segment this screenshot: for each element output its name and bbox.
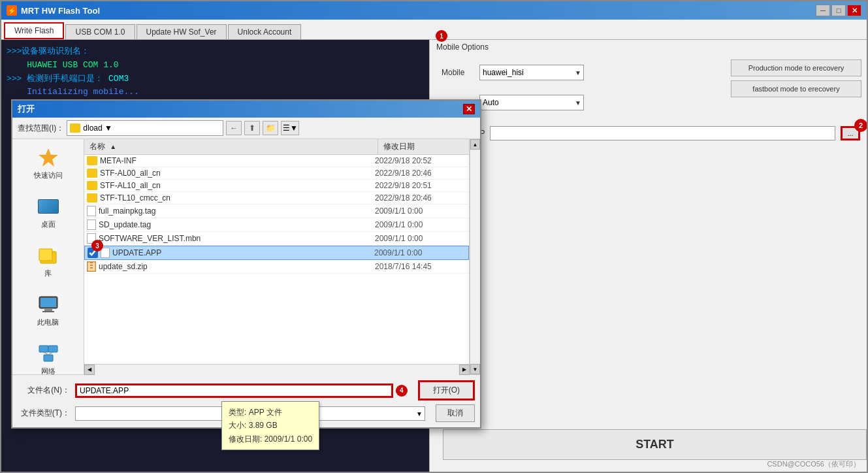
filelist-header: 名称 ▲ 修改日期 — [84, 139, 470, 155]
zip-icon-update-sd — [87, 261, 96, 272]
hscroll-left-button[interactable]: ◀ — [84, 365, 95, 375]
desktop-icon — [38, 196, 59, 217]
dialog-title-text: 打开 — [18, 103, 35, 115]
dialog-cancel-button[interactable]: 取消 — [436, 404, 475, 422]
file-name-stf-al00: STF-AL00_all_cn — [100, 169, 375, 178]
file-date-stf-al10: 2022/9/18 20:51 — [375, 181, 466, 190]
badge-4: 4 — [396, 385, 408, 397]
dialog-close-button[interactable]: ✕ — [463, 104, 475, 114]
sidebar-item-library[interactable]: 库 — [19, 242, 78, 281]
dialog-filename-input[interactable] — [75, 383, 393, 398]
file-row-full-tag[interactable]: full_mainpkg.tag 2009/1/1 0:00 — [84, 204, 469, 218]
tooltip-line-2: 大小: 3.89 GB — [229, 419, 312, 432]
dialog-up-button[interactable]: ⬆ — [244, 121, 260, 135]
file-name-software-mbn: SOFTWARE_VER_LIST.mbn — [99, 234, 375, 243]
scroll-up-button[interactable]: ▲ — [470, 139, 480, 150]
file-name-stf-al10: STF-AL10_all_cn — [100, 181, 375, 190]
doc-icon-full-tag — [87, 206, 96, 216]
badge-2: 2 — [854, 119, 867, 132]
library-icon — [38, 245, 59, 266]
folder-icon-meta — [87, 156, 97, 165]
svg-rect-15 — [90, 267, 93, 269]
dialog-filename-row: 文件名(N)： 4 打开(O) — [18, 380, 475, 400]
sidebar-item-network[interactable]: 网络 — [19, 340, 78, 374]
file-row-update-sd[interactable]: update_sd.zip 2018/7/16 14:45 — [84, 260, 469, 274]
dialog-body: 快速访问 桌面 — [12, 139, 480, 374]
file-list-container: 名称 ▲ 修改日期 META-INF 2022/9/18 20:52 — [84, 139, 470, 374]
dialog-title-bar: 打开 ✕ — [12, 101, 480, 118]
col-name[interactable]: 名称 ▲ — [84, 139, 378, 154]
file-date-meta-inf: 2022/9/18 20:52 — [375, 156, 466, 165]
file-list: META-INF 2022/9/18 20:52 STF-AL00_all_cn… — [84, 155, 470, 364]
tooltip-line-1: 类型: APP 文件 — [229, 406, 312, 419]
sidebar-label-desktop: 桌面 — [41, 220, 56, 229]
dialog-new-folder-button[interactable]: 📁 — [263, 121, 278, 135]
dialog-sidebar: 快速访问 桌面 — [12, 139, 84, 374]
badge-3: 3 — [91, 240, 103, 252]
file-row-stf-al10[interactable]: STF-AL10_all_cn 2022/9/18 20:51 — [84, 180, 469, 192]
dialog-back-button[interactable]: ← — [226, 121, 242, 135]
file-name-stf-tl10: STF-TL10_cmcc_cn — [100, 193, 375, 203]
horizontal-scrollbar[interactable]: ◀ ▶ — [84, 364, 470, 374]
main-window: ⚡ MRT HW Flash Tool ─ □ ✕ Write Flash US… — [0, 0, 868, 473]
scroll-track — [470, 150, 480, 364]
svg-line-10 — [44, 352, 48, 355]
svg-rect-8 — [48, 346, 57, 352]
svg-rect-7 — [39, 346, 48, 352]
folder-icon-stf-al10 — [87, 181, 97, 190]
dialog-location-text: dload — [83, 123, 102, 133]
sidebar-label-quick-access: 快速访问 — [34, 171, 63, 180]
folder-icon-stf-tl10 — [87, 193, 97, 203]
file-row-sd-tag[interactable]: SD_update.tag 2009/1/1 0:00 — [84, 218, 469, 232]
quick-access-icon — [38, 147, 59, 168]
badge-1: 1 — [436, 30, 447, 42]
svg-rect-13 — [90, 262, 93, 263]
file-name-update-app: UPDATE.APP — [112, 248, 374, 257]
dialog-open-button[interactable]: 打开(O) — [418, 380, 475, 400]
svg-rect-6 — [42, 311, 54, 312]
dialog-filename-label: 文件名(N)： — [18, 385, 70, 396]
sidebar-label-network: 网络 — [41, 367, 56, 374]
file-date-software-mbn: 2009/1/1 0:00 — [375, 234, 466, 243]
file-name-meta-inf: META-INF — [100, 156, 375, 165]
doc-icon-sd-tag — [87, 220, 96, 230]
file-date-sd-tag: 2009/1/1 0:00 — [375, 220, 466, 229]
sort-arrow: ▲ — [110, 143, 116, 150]
sidebar-item-desktop[interactable]: 桌面 — [19, 193, 78, 232]
dialog-overlay: 打开 ✕ 查找范围(I)： dload ▼ ← ⬆ 📁 ☰▼ — [1, 1, 867, 472]
file-row-meta-inf[interactable]: META-INF 2022/9/18 20:52 — [84, 155, 469, 167]
file-date-full-tag: 2009/1/1 0:00 — [375, 206, 466, 216]
filename-input-area: 4 — [75, 383, 408, 398]
file-row-stf-al00[interactable]: STF-AL00_all_cn 2022/9/18 20:46 — [84, 167, 469, 180]
folder-icon — [70, 123, 80, 133]
dialog-folder-select[interactable]: dload ▼ — [67, 120, 223, 136]
svg-rect-12 — [88, 262, 95, 271]
file-row-update-app[interactable]: UPDATE.APP 2009/1/1 0:00 3 — [84, 246, 469, 260]
dialog-location-label: 查找范围(I)： — [18, 123, 64, 134]
dialog-view-button[interactable]: ☰▼ — [281, 121, 299, 135]
file-date-stf-tl10: 2022/9/18 20:46 — [375, 193, 466, 203]
file-date-stf-al00: 2022/9/18 20:46 — [375, 169, 466, 178]
sidebar-item-quick-access[interactable]: 快速访问 — [19, 144, 78, 183]
network-icon — [38, 343, 59, 364]
file-name-full-tag: full_mainpkg.tag — [99, 206, 375, 216]
file-row-software-mbn[interactable]: SOFTWARE_VER_LIST.mbn 2009/1/1 0:00 — [84, 232, 469, 246]
vertical-scrollbar[interactable]: ▲ ▼ — [470, 139, 480, 374]
folder-icon-stf-al00 — [87, 169, 97, 178]
file-row-stf-tl10[interactable]: STF-TL10_cmcc_cn 2022/9/18 20:46 — [84, 192, 469, 204]
dialog-toolbar: 查找范围(I)： dload ▼ ← ⬆ 📁 ☰▼ — [12, 118, 480, 139]
sidebar-item-computer[interactable]: 此电脑 — [19, 291, 78, 330]
sidebar-label-library: 库 — [44, 269, 52, 278]
file-dialog: 打开 ✕ 查找范围(I)： dload ▼ ← ⬆ 📁 ☰▼ — [11, 99, 481, 429]
sidebar-label-computer: 此电脑 — [37, 318, 59, 327]
hscroll-track[interactable] — [95, 365, 459, 375]
scroll-down-button[interactable]: ▼ — [470, 364, 480, 374]
col-date[interactable]: 修改日期 — [378, 139, 470, 154]
file-date-update-app: 2009/1/1 0:00 — [374, 248, 466, 257]
hscroll-right-button[interactable]: ▶ — [459, 365, 470, 375]
tooltip: 类型: APP 文件 大小: 3.89 GB 修改日期: 2009/1/1 0:… — [221, 401, 319, 450]
svg-rect-14 — [90, 265, 93, 266]
svg-rect-2 — [39, 249, 52, 261]
svg-rect-5 — [44, 309, 52, 311]
computer-icon — [38, 294, 59, 315]
